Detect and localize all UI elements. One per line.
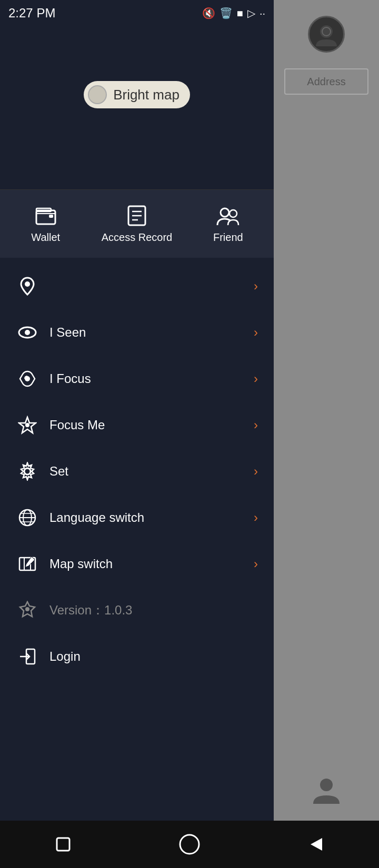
svg-rect-27 [57, 838, 69, 851]
menu-language-switch-chevron: › [254, 510, 258, 525]
svg-point-17 [24, 468, 31, 475]
tab-access-record-label: Access Record [102, 231, 173, 244]
settings-icon [16, 460, 39, 483]
menu-item-language-switch[interactable]: Language switch › [0, 494, 274, 541]
menu-item-location[interactable]: › [0, 263, 274, 309]
menu-item-set[interactable]: Set › [0, 448, 274, 494]
menu-set-text: Set [49, 464, 254, 479]
mute-icon: 🔇 [202, 7, 215, 19]
menu-set-chevron: › [254, 464, 258, 479]
right-panel: Address [274, 0, 379, 868]
menu-i-seen-text: I Seen [49, 325, 254, 340]
svg-point-11 [230, 210, 237, 217]
menu-focus-me-chevron: › [254, 418, 258, 432]
play-icon: ▷ [247, 7, 255, 19]
right-bottom-profile-icon [311, 773, 342, 805]
eye-icon [16, 321, 39, 344]
menu-language-switch-text: Language switch [49, 510, 254, 525]
menu-login-text: Login [49, 649, 258, 664]
menu-list: › I Seen › I Focus › [0, 258, 274, 821]
tab-bar: Wallet Access Record Friend [0, 189, 274, 258]
svg-marker-29 [311, 838, 322, 851]
menu-map-switch-text: Map switch [49, 557, 254, 571]
bright-map-label: Bright map [113, 87, 179, 103]
address-button[interactable]: Address [284, 68, 368, 95]
nav-recents-button[interactable] [47, 829, 79, 860]
menu-i-seen-chevron: › [254, 325, 258, 340]
circle-icon [178, 833, 201, 855]
login-icon [16, 645, 39, 668]
svg-point-2 [320, 779, 333, 791]
menu-map-switch-chevron: › [254, 557, 258, 571]
svg-point-14 [25, 330, 30, 335]
svg-point-10 [221, 208, 229, 217]
battery-icon: 🗑️ [220, 7, 233, 19]
focus-me-icon [16, 413, 39, 437]
tab-wallet-label: Wallet [31, 231, 60, 244]
dots-icon: ·· [260, 7, 265, 19]
status-time: 2:27 PM [8, 6, 55, 21]
svg-point-16 [25, 423, 29, 427]
avatar [308, 16, 345, 53]
wallet-icon [34, 204, 57, 227]
menu-location-chevron: › [254, 279, 258, 294]
menu-item-map-switch[interactable]: Map switch › [0, 541, 274, 587]
tab-access-record[interactable]: Access Record [91, 204, 182, 244]
menu-item-version: Version：1.0.3 [0, 587, 274, 633]
tab-wallet[interactable]: Wallet [0, 204, 91, 244]
map-switch-icon [16, 552, 39, 576]
location-icon [16, 275, 39, 298]
svg-point-28 [180, 835, 199, 854]
menu-focus-me-text: Focus Me [49, 418, 254, 432]
tab-friend[interactable]: Friend [183, 204, 274, 244]
nav-home-button[interactable] [174, 829, 205, 860]
menu-item-focus-me[interactable]: Focus Me › [0, 402, 274, 448]
nav-bar [0, 821, 379, 868]
svg-rect-4 [49, 215, 53, 218]
menu-i-focus-text: I Focus [49, 371, 254, 386]
globe-icon [16, 506, 39, 529]
status-bar: 2:27 PM 🔇 🗑️ ■ ▷ ·· [0, 0, 274, 26]
screen-icon: ■ [237, 7, 243, 19]
triangle-icon [306, 835, 325, 854]
toggle-circle [88, 85, 107, 104]
square-icon [54, 835, 73, 854]
svg-point-12 [25, 281, 30, 287]
main-panel: 2:27 PM 🔇 🗑️ ■ ▷ ·· Bright map [0, 0, 274, 821]
access-record-icon [125, 204, 148, 227]
menu-item-i-focus[interactable]: I Focus › [0, 356, 274, 402]
address-label: Address [307, 76, 345, 88]
svg-point-24 [25, 607, 29, 611]
menu-version-text: Version：1.0.3 [49, 602, 258, 619]
focus-icon [16, 367, 39, 390]
version-icon [16, 599, 39, 622]
menu-item-i-seen[interactable]: I Seen › [0, 309, 274, 356]
menu-item-login[interactable]: Login [0, 633, 274, 680]
bright-map-toggle[interactable]: Bright map [84, 81, 190, 108]
nav-back-button[interactable] [300, 829, 332, 860]
top-area: Bright map [0, 0, 274, 189]
friend-icon [216, 204, 240, 227]
tab-friend-label: Friend [213, 231, 243, 244]
menu-i-focus-chevron: › [254, 371, 258, 386]
status-icons: 🔇 🗑️ ■ ▷ ·· [202, 7, 265, 19]
